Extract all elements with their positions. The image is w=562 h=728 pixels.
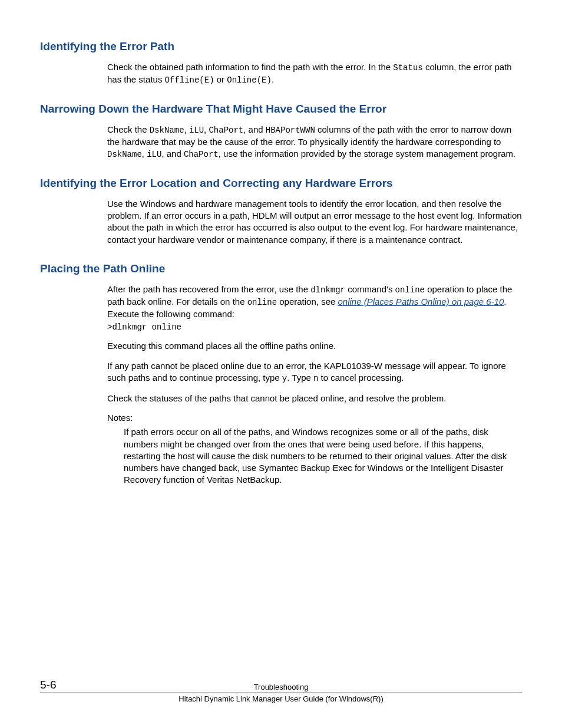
footer-top: 5-6 Troubleshooting xyxy=(40,679,522,693)
note-paragraph: If path errors occur on all of the paths… xyxy=(124,426,522,486)
footer-chapter-title: Troubleshooting xyxy=(40,683,522,691)
page-footer: 5-6 Troubleshooting Hitachi Dynamic Link… xyxy=(40,679,522,703)
text: , xyxy=(142,149,147,159)
paragraph: Use the Windows and hardware management … xyxy=(107,198,522,246)
text: . Type xyxy=(287,373,313,383)
text: command's xyxy=(345,284,395,294)
code: Offline(E) xyxy=(165,75,214,85)
paragraph: If any path cannot be placed online due … xyxy=(107,360,522,384)
text: Check the obtained path information to f… xyxy=(107,62,393,72)
footer-document-title: Hitachi Dynamic Link Manager User Guide … xyxy=(40,694,522,703)
code: HBAPortWWN xyxy=(266,126,315,135)
code: iLU xyxy=(189,126,204,135)
cross-reference-link[interactable]: online (Places Paths Online) on page 6-1… xyxy=(338,297,504,307)
paragraph: Executing this command places all the of… xyxy=(107,340,522,352)
text: to cancel processing. xyxy=(318,373,404,383)
code: iLU xyxy=(147,150,161,159)
heading-identifying-error-path: Identifying the Error Path xyxy=(40,40,522,53)
code: ChaPort xyxy=(184,150,219,159)
text: or xyxy=(214,74,227,84)
section-narrowing-down-hardware: Narrowing Down the Hardware That Might H… xyxy=(40,103,522,160)
paragraph: Check the DskName, iLU, ChaPort, and HBA… xyxy=(107,124,522,160)
heading-identifying-error-location: Identifying the Error Location and Corre… xyxy=(40,177,522,190)
code: online xyxy=(247,298,277,307)
code: DskName xyxy=(107,150,142,159)
code: dlnkmgr xyxy=(310,285,345,295)
code: Online(E) xyxy=(227,75,272,85)
paragraph: Check the statuses of the paths that can… xyxy=(107,393,522,404)
text: After the path has recovered from the er… xyxy=(107,284,310,294)
code: Status xyxy=(393,63,422,73)
text: operation, see xyxy=(277,297,338,307)
heading-narrowing-down-hardware: Narrowing Down the Hardware That Might H… xyxy=(40,103,522,116)
text: , use the information provided by the st… xyxy=(219,149,515,159)
text: . xyxy=(272,74,274,84)
code: y xyxy=(282,374,287,383)
text: Check the xyxy=(107,124,150,134)
notes-label: Notes: xyxy=(107,413,522,423)
paragraph: Check the obtained path information to f… xyxy=(107,61,522,86)
section-identifying-error-path: Identifying the Error Path Check the obt… xyxy=(40,40,522,86)
command-line: >dlnkmgr online xyxy=(107,322,522,332)
section-identifying-error-location: Identifying the Error Location and Corre… xyxy=(40,177,522,246)
code: online xyxy=(395,285,425,295)
text: , xyxy=(184,124,189,134)
text: , and xyxy=(161,149,184,159)
paragraph: After the path has recovered from the er… xyxy=(107,284,522,320)
text: , and xyxy=(243,124,266,134)
code: ChaPort xyxy=(209,126,243,135)
section-placing-path-online: Placing the Path Online After the path h… xyxy=(40,262,522,486)
code: DskName xyxy=(150,126,184,135)
heading-placing-path-online: Placing the Path Online xyxy=(40,262,522,275)
